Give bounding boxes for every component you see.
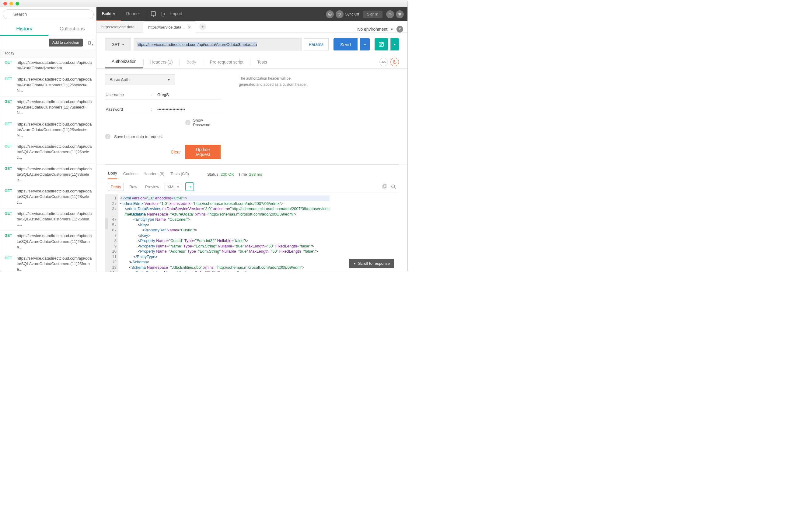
env-quicklook-icon[interactable]: x — [397, 26, 403, 33]
add-tab-button[interactable]: ＋ — [199, 23, 206, 30]
search-wrap — [0, 7, 96, 19]
mac-min-icon[interactable] — [10, 2, 13, 5]
svg-point-6 — [329, 14, 330, 15]
checkbox-icon[interactable]: ✓ — [105, 134, 110, 139]
settings-icon[interactable] — [386, 10, 394, 18]
close-tab-icon[interactable]: ✕ — [188, 25, 191, 30]
history-method: GET — [4, 144, 14, 160]
username-label: Username — [106, 92, 151, 97]
sidebar-tabs: History Collections — [0, 22, 96, 36]
resp-tab-tests[interactable]: Tests (0/0) — [170, 170, 189, 179]
svg-point-9 — [381, 45, 382, 46]
sign-in-button[interactable]: Sign in — [363, 11, 382, 18]
password-value[interactable]: •••••••••••••••••••• — [157, 107, 185, 112]
ed-tab-body[interactable]: Body — [180, 57, 203, 68]
resp-tab-body[interactable]: Body — [108, 169, 117, 179]
reset-icon[interactable] — [391, 58, 399, 66]
password-label: Password — [106, 107, 151, 112]
show-password-row[interactable]: ✓ Show Password — [105, 118, 221, 127]
save-helper-label: Save helper data to request — [114, 134, 163, 139]
mac-close-icon[interactable] — [3, 2, 7, 5]
show-password-label: Show Password — [193, 118, 221, 127]
username-value[interactable]: GregS — [157, 92, 169, 97]
send-button[interactable]: Send — [333, 38, 358, 51]
resp-tab-cookies[interactable]: Cookies — [123, 170, 138, 179]
history-day-header: Today — [0, 49, 96, 57]
interceptor-icon[interactable] — [326, 10, 334, 18]
format-select[interactable]: XML ▼ — [165, 183, 182, 191]
topbar-runner[interactable]: Runner — [121, 7, 146, 21]
topbar-import[interactable]: Import — [169, 7, 188, 21]
environment-selector[interactable]: No environment ▼ x — [357, 26, 408, 33]
search-input[interactable] — [3, 10, 94, 19]
copy-icon[interactable] — [382, 184, 387, 189]
save-helper-row[interactable]: ✓ Save helper data to request — [105, 134, 221, 139]
clear-history-button[interactable] — [86, 39, 93, 46]
new-tab-icon[interactable] — [150, 10, 158, 18]
history-item[interactable]: GEThttps://service.datadirectcloud.com/a… — [0, 74, 96, 97]
history-item[interactable]: GEThttps://service.datadirectcloud.com/a… — [0, 231, 96, 253]
password-row: Password : •••••••••••••••••••• — [105, 105, 221, 114]
params-button[interactable]: Params — [304, 38, 329, 51]
request-tab-1[interactable]: https://service.data... ✕ — [143, 21, 196, 33]
clear-button[interactable]: Clear — [171, 150, 181, 154]
mac-max-icon[interactable] — [16, 2, 19, 5]
history-method: GET — [4, 77, 14, 93]
ed-tab-tests[interactable]: Tests — [250, 57, 274, 68]
history-item[interactable]: GEThttps://service.datadirectcloud.com/a… — [0, 186, 96, 209]
history-item[interactable]: GEThttps://service.datadirectcloud.com/a… — [0, 57, 96, 74]
chevron-down-icon: ▼ — [391, 28, 394, 31]
history-item[interactable]: GEThttps://service.datadirectcloud.com/a… — [0, 253, 96, 272]
drag-handle-icon[interactable] — [105, 218, 108, 229]
resp-tab-headers[interactable]: Headers (8) — [144, 170, 165, 179]
chevron-down-icon: ▼ — [122, 43, 124, 46]
scroll-to-response-button[interactable]: ▼ Scroll to response — [349, 259, 394, 268]
ed-tab-headers[interactable]: Headers (1) — [144, 57, 180, 68]
history-item[interactable]: GEThttps://service.datadirectcloud.com/a… — [0, 209, 96, 231]
view-preview[interactable]: Preview — [143, 183, 162, 191]
sync-icon[interactable] — [336, 10, 344, 18]
request-tab-0[interactable]: https://service.data... — [96, 21, 143, 33]
import-icon[interactable] — [160, 10, 168, 18]
ed-tab-prerequest[interactable]: Pre-request script — [203, 57, 250, 68]
topbar-builder[interactable]: Builder — [96, 7, 121, 21]
chevron-down-icon: ▼ — [353, 262, 356, 265]
add-to-collection-button[interactable]: Add to collection — [49, 39, 83, 46]
update-request-button[interactable]: Update request — [185, 145, 221, 159]
history-item[interactable]: GEThttps://service.datadirectcloud.com/a… — [0, 97, 96, 119]
history-url: https://service.datadirectcloud.com/api/… — [17, 121, 92, 138]
auth-type-select[interactable]: Basic Auth ▼ — [105, 74, 175, 85]
heart-icon[interactable] — [396, 10, 404, 18]
wrap-lines-icon[interactable]: ⇥ — [185, 183, 194, 191]
response-meta: Status 200 OK Time 283 ms — [207, 172, 262, 177]
history-url: https://service.datadirectcloud.com/api/… — [17, 233, 92, 250]
code-snippet-icon[interactable]: </> — [379, 58, 388, 66]
send-dropdown[interactable]: ▼ — [360, 38, 370, 51]
tab-collections[interactable]: Collections — [48, 22, 96, 36]
history-item[interactable]: GEThttps://service.datadirectcloud.com/a… — [0, 164, 96, 186]
history-url: https://service.datadirectcloud.com/api/… — [17, 77, 92, 93]
history-item[interactable]: GEThttps://service.datadirectcloud.com/a… — [0, 141, 96, 164]
search-response-icon[interactable] — [391, 184, 396, 189]
view-pretty[interactable]: Pretty — [108, 183, 124, 191]
view-raw[interactable]: Raw — [127, 183, 140, 191]
history-method: GET — [4, 256, 14, 272]
tab-label: https://service.data... — [101, 25, 138, 29]
save-button[interactable] — [375, 38, 388, 51]
sync-off-label: Sync Off — [345, 12, 359, 16]
checkbox-icon[interactable]: ✓ — [185, 120, 191, 125]
save-dropdown[interactable]: ▼ — [391, 38, 399, 51]
history-method: GET — [4, 60, 14, 71]
method-selector[interactable]: GET ▼ — [105, 38, 131, 51]
tab-history[interactable]: History — [0, 22, 48, 36]
url-input[interactable]: https://service.datadirectcloud.com/api/… — [133, 38, 302, 51]
history-item[interactable]: GEThttps://service.datadirectcloud.com/a… — [0, 119, 96, 142]
editor-tabs: Authorization Headers (1) Body Pre-reque… — [96, 56, 408, 69]
username-row: Username : GregS — [105, 91, 221, 100]
auth-area: Basic Auth ▼ Username : GregS Password :… — [96, 69, 408, 165]
history-method: GET — [4, 211, 14, 228]
chevron-down-icon: ▼ — [167, 78, 170, 81]
method-label: GET — [112, 42, 120, 47]
history-url: https://service.datadirectcloud.com/api/… — [17, 99, 92, 116]
ed-tab-authorization[interactable]: Authorization — [105, 56, 143, 69]
